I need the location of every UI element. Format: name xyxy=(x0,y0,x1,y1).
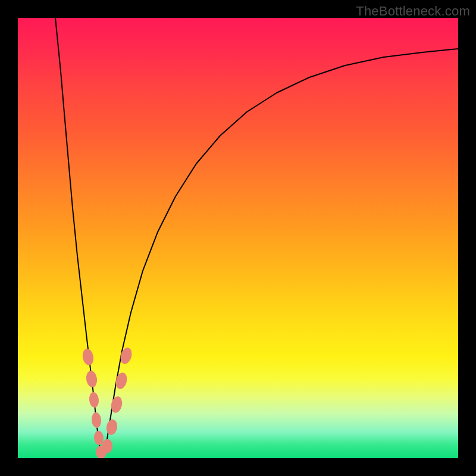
curve-markers xyxy=(82,346,134,458)
curve-marker xyxy=(105,419,118,436)
curve-marker xyxy=(118,346,133,365)
chart-frame: TheBottleneck.com xyxy=(0,0,476,476)
watermark-text: TheBottleneck.com xyxy=(356,4,470,19)
curve-marker xyxy=(114,371,129,390)
curve-marker xyxy=(85,370,98,388)
chart-svg xyxy=(18,18,458,458)
bottleneck-curve xyxy=(55,18,458,457)
plot-area xyxy=(18,18,458,458)
curve-marker xyxy=(89,392,100,408)
curve-marker xyxy=(82,348,95,367)
curve-marker xyxy=(91,412,102,428)
